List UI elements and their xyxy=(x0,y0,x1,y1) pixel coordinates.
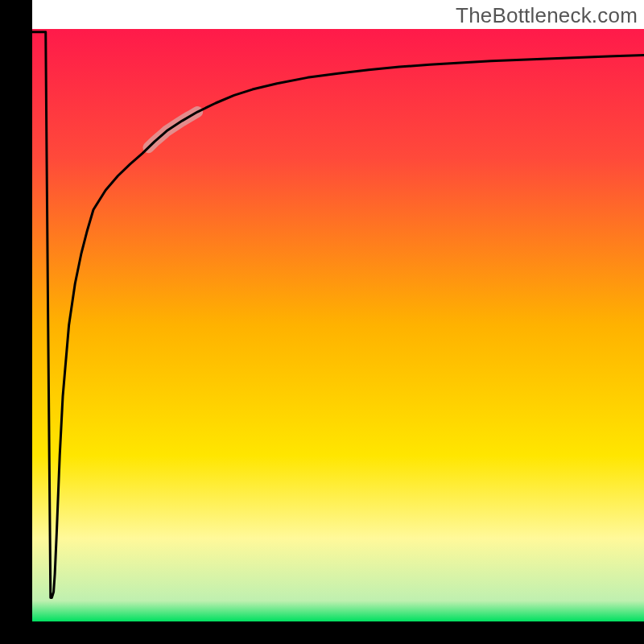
frame-bottom xyxy=(0,621,644,644)
watermark-text: TheBottleneck.com xyxy=(456,3,638,28)
chart-svg xyxy=(0,0,644,644)
plot-area xyxy=(0,0,644,644)
chart-container: TheBottleneck.com xyxy=(0,0,644,644)
plot-background xyxy=(32,29,644,621)
frame-left xyxy=(0,0,32,644)
